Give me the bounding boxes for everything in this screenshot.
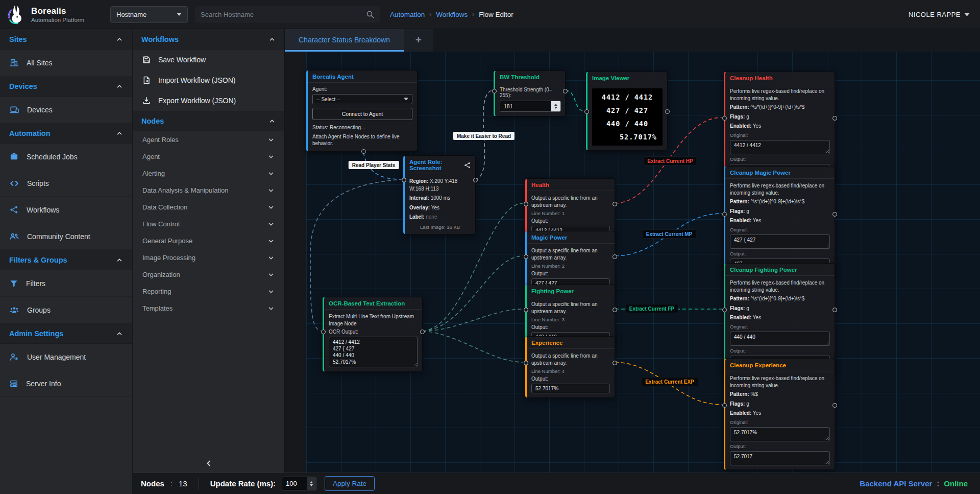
node-bw-threshold[interactable]: BW ThresholdThreshold Strength (0–255):1… (494, 70, 566, 116)
sidebar-section-sites[interactable]: Sites (0, 29, 132, 50)
node-image-viewer[interactable]: Image Viewer4412 / 4412427 / 427440 / 44… (586, 72, 668, 151)
apply-rate-button[interactable]: Apply Rate (325, 476, 375, 491)
node-category-reporting[interactable]: Reporting (133, 283, 284, 300)
agent-select[interactable]: -- Select -- (312, 94, 412, 104)
input-port[interactable] (524, 308, 528, 312)
update-rate-input[interactable]: 100 (282, 477, 316, 490)
sidebar-item-community-content[interactable]: Community Content (0, 223, 132, 250)
threshold-input[interactable]: 181 (500, 101, 561, 112)
output-port[interactable] (832, 403, 837, 408)
collapse-panel-button[interactable] (133, 456, 284, 471)
edge-label-extract-current-exp[interactable]: Extract Current EXP (641, 377, 698, 386)
export-workflow-json-button[interactable]: Export Workflow (JSON) (133, 90, 284, 111)
user-menu[interactable]: NICOLE RAPPE (909, 11, 970, 18)
flow-canvas[interactable]: Borealis AgentAgent:-- Select --Connect … (285, 52, 980, 473)
node-category-templates[interactable]: Templates (133, 300, 284, 317)
node-category-agent-roles[interactable]: Agent Roles (133, 131, 284, 148)
hostname-dropdown[interactable]: Hostname (110, 6, 188, 23)
edge-label-make-it-easier-to-read[interactable]: Make it Easier to Read (453, 132, 514, 140)
output-port[interactable] (612, 308, 617, 312)
breadcrumb-workflows[interactable]: Workflows (436, 11, 468, 18)
input-port[interactable] (492, 89, 497, 93)
text-area[interactable]: 4412 / 4412 (730, 140, 830, 154)
text-area[interactable]: 440 / 440 (730, 332, 830, 346)
output-port[interactable] (473, 178, 478, 182)
edge-label-extract-current-hp[interactable]: Extract Current HP (643, 156, 697, 166)
sidebar-item-filters[interactable]: Filters (0, 270, 132, 297)
text-area[interactable]: 52.7017% (730, 427, 830, 441)
sidebar-section-automation[interactable]: Automation (0, 123, 132, 144)
sidebar-section-devices[interactable]: Devices (0, 76, 132, 97)
output-port[interactable] (832, 116, 837, 121)
input-port[interactable] (722, 308, 727, 312)
resize-handle-icon[interactable] (824, 460, 829, 464)
node-category-agent[interactable]: Agent (133, 148, 284, 165)
node-borealis-agent[interactable]: Borealis AgentAgent:-- Select --Connect … (306, 70, 418, 152)
text-area[interactable]: 52.7017 (730, 451, 830, 465)
input-port[interactable] (584, 109, 589, 114)
node-category-flow-control[interactable]: Flow Control (133, 216, 284, 232)
input-port[interactable] (722, 212, 727, 217)
search-icon[interactable] (366, 10, 374, 18)
node-category-organization[interactable]: Organization (133, 266, 284, 283)
text-area[interactable]: 4412 / 4412 427 { 427 440 / 440 52.7017% (329, 337, 418, 367)
search-hostname-input[interactable] (201, 11, 362, 18)
node-cleanup-fighting-power[interactable]: Cleanup Fighting PowerPerforms live rege… (724, 263, 835, 374)
input-port[interactable] (402, 178, 406, 182)
save-workflow-button[interactable]: Save Workflow (133, 50, 284, 70)
node-category-data-analysis-manipulation[interactable]: Data Analysis & Manipulation (133, 182, 284, 199)
node-ocr-text-extraction[interactable]: OCR-Based Text ExtractionExtract Multi-L… (323, 297, 423, 372)
spinner-icon[interactable] (551, 101, 560, 111)
resize-handle-icon[interactable] (824, 436, 829, 440)
input-port[interactable] (524, 254, 528, 259)
resize-handle-icon[interactable] (824, 340, 829, 345)
input-port[interactable] (321, 330, 326, 334)
node-category-image-processing[interactable]: Image Processing (133, 249, 284, 266)
nodes-panel-header[interactable]: Nodes (133, 111, 284, 131)
node-category-alerting[interactable]: Alerting (133, 165, 284, 182)
input-port[interactable] (722, 116, 727, 121)
output-field[interactable]: 52.7017% (531, 384, 610, 393)
tab-character-status-breakdown[interactable]: Character Status Breakdown (285, 29, 404, 52)
text-area[interactable]: 427 { 427 (730, 234, 830, 249)
sidebar-item-all-sites[interactable]: All Sites (0, 50, 132, 76)
sidebar-item-scheduled-jobs[interactable]: Scheduled Jobs (0, 144, 132, 170)
output-port[interactable] (420, 330, 425, 334)
output-port[interactable] (612, 254, 617, 259)
sidebar-item-server-info[interactable]: Server Info (0, 370, 132, 397)
sidebar-section-admin-settings[interactable]: Admin Settings (0, 323, 132, 344)
input-port[interactable] (722, 403, 727, 408)
node-category-general-purpose[interactable]: General Purpose (133, 232, 284, 249)
edge-label-extract-current-mp[interactable]: Extract Current MP (642, 229, 697, 239)
output-port[interactable] (612, 361, 617, 365)
sidebar-item-user-management[interactable]: User Management (0, 344, 132, 370)
add-tab-button[interactable]: + (404, 29, 433, 52)
resize-handle-icon[interactable] (824, 149, 829, 153)
sidebar-item-scripts[interactable]: Scripts (0, 170, 132, 197)
sidebar-item-devices[interactable]: Devices (0, 97, 132, 123)
output-port[interactable] (832, 212, 837, 217)
breadcrumb-automation[interactable]: Automation (390, 11, 425, 18)
import-workflow-json-button[interactable]: Import Workflow (JSON) (133, 70, 284, 90)
connect-to-agent-button[interactable]: Connect to Agent (312, 108, 412, 120)
node-experience[interactable]: ExperienceOutput a specific line from an… (525, 336, 615, 398)
node-cleanup-experience[interactable]: Cleanup ExperiencePerforms live regex-ba… (724, 359, 835, 470)
sidebar-item-groups[interactable]: Groups (0, 297, 132, 323)
resize-handle-icon[interactable] (824, 243, 829, 248)
edge-label-read-player-stats[interactable]: Read Player Stats (349, 161, 399, 169)
workflows-panel-header[interactable]: Workflows (133, 29, 284, 50)
sidebar-section-filters-groups[interactable]: Filters & Groups (0, 250, 132, 270)
node-agent-role-screenshot[interactable]: Agent Role: ScreenshotRegion: X:200 Y:41… (403, 155, 476, 234)
output-port[interactable] (612, 202, 617, 206)
sidebar-item-workflows[interactable]: Workflows (0, 197, 132, 223)
node-magic-power[interactable]: Magic PowerOutput a specific line from a… (525, 231, 615, 293)
node-cleanup-magic-power[interactable]: Cleanup Magic PowerPerforms live regex-b… (724, 166, 835, 277)
output-port[interactable] (563, 89, 568, 93)
output-port[interactable] (832, 308, 837, 312)
edge-label-extract-current-fp[interactable]: Extract Current FP (625, 304, 678, 313)
node-category-data-collection[interactable]: Data Collection (133, 199, 284, 216)
output-port[interactable] (665, 109, 670, 114)
spinner-icon[interactable] (307, 477, 316, 490)
input-port[interactable] (524, 361, 528, 365)
output-port[interactable] (361, 149, 366, 154)
